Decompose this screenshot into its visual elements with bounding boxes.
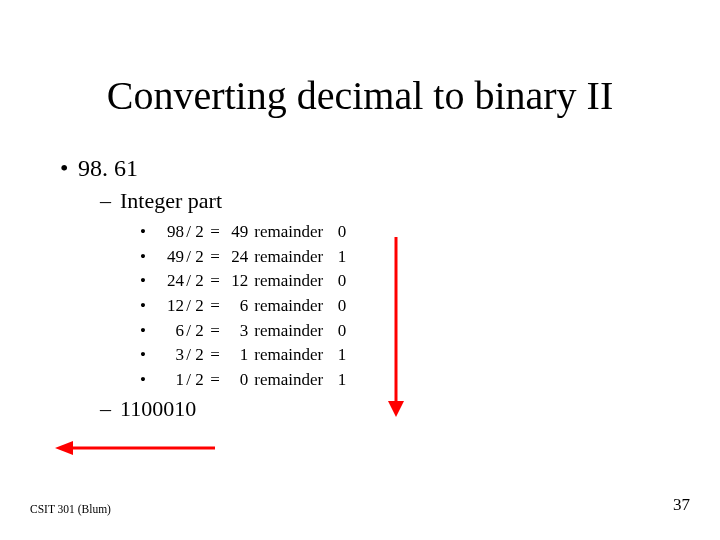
remainder-value: 1 xyxy=(334,368,346,393)
arrow-down-icon xyxy=(385,237,407,417)
bullet-dot-icon: • xyxy=(140,294,158,319)
quotient: 0 xyxy=(226,368,248,393)
bullet-dot-icon: • xyxy=(140,319,158,344)
bullet-dash-icon: – xyxy=(100,188,120,214)
quotient: 1 xyxy=(226,343,248,368)
dividend: 1 xyxy=(158,368,184,393)
divide-op: / 2 xyxy=(184,269,206,294)
quotient: 12 xyxy=(226,269,248,294)
footer-left: CSIT 301 (Blum) xyxy=(30,503,111,515)
divide-op: / 2 xyxy=(184,220,206,245)
division-step: •1/ 2 =0remainder1 xyxy=(140,368,346,393)
equals: = xyxy=(210,245,226,270)
division-steps: •98/ 2 =49remainder0•49/ 2 =24remainder1… xyxy=(140,220,346,392)
divide-op: / 2 xyxy=(184,319,206,344)
svg-marker-1 xyxy=(388,401,404,417)
dividend: 6 xyxy=(158,319,184,344)
remainder-value: 1 xyxy=(334,343,346,368)
dividend: 49 xyxy=(158,245,184,270)
remainder-label: remainder xyxy=(254,220,334,245)
remainder-label: remainder xyxy=(254,319,334,344)
divide-op: / 2 xyxy=(184,368,206,393)
remainder-value: 1 xyxy=(334,245,346,270)
slide-title: Converting decimal to binary II xyxy=(0,72,720,119)
bullet-level1: •98. 61 xyxy=(60,155,346,182)
dividend: 12 xyxy=(158,294,184,319)
remainder-value: 0 xyxy=(334,319,346,344)
quotient: 24 xyxy=(226,245,248,270)
dividend: 98 xyxy=(158,220,184,245)
equals: = xyxy=(210,343,226,368)
division-step: •49/ 2 =24remainder1 xyxy=(140,245,346,270)
slide-body: •98. 61 –Integer part •98/ 2 =49remainde… xyxy=(60,155,346,428)
divide-op: / 2 xyxy=(184,294,206,319)
bullet-dot-icon: • xyxy=(140,220,158,245)
remainder-value: 0 xyxy=(334,220,346,245)
arrow-left-icon xyxy=(55,438,215,458)
bullet-dot-icon: • xyxy=(60,155,78,182)
bullet-dot-icon: • xyxy=(140,343,158,368)
equals: = xyxy=(210,294,226,319)
quotient: 6 xyxy=(226,294,248,319)
division-step: •98/ 2 =49remainder0 xyxy=(140,220,346,245)
equals: = xyxy=(210,269,226,294)
quotient: 49 xyxy=(226,220,248,245)
footer-right: 37 xyxy=(673,495,690,515)
bullet-level2-result: –1100010 xyxy=(100,396,346,422)
remainder-label: remainder xyxy=(254,343,334,368)
dividend: 24 xyxy=(158,269,184,294)
division-step: •12/ 2 =6remainder0 xyxy=(140,294,346,319)
remainder-label: remainder xyxy=(254,245,334,270)
divide-op: / 2 xyxy=(184,245,206,270)
binary-result: 1100010 xyxy=(120,396,196,421)
bullet-dot-icon: • xyxy=(140,269,158,294)
quotient: 3 xyxy=(226,319,248,344)
example-number: 98. 61 xyxy=(78,155,138,181)
remainder-value: 0 xyxy=(334,269,346,294)
division-step: •6/ 2 =3remainder0 xyxy=(140,319,346,344)
section-label: Integer part xyxy=(120,188,222,213)
remainder-value: 0 xyxy=(334,294,346,319)
equals: = xyxy=(210,368,226,393)
remainder-label: remainder xyxy=(254,269,334,294)
equals: = xyxy=(210,319,226,344)
svg-marker-3 xyxy=(55,441,73,455)
remainder-label: remainder xyxy=(254,294,334,319)
division-step: •24/ 2 =12remainder0 xyxy=(140,269,346,294)
remainder-label: remainder xyxy=(254,368,334,393)
equals: = xyxy=(210,220,226,245)
slide: Converting decimal to binary II •98. 61 … xyxy=(0,0,720,540)
dividend: 3 xyxy=(158,343,184,368)
bullet-dot-icon: • xyxy=(140,245,158,270)
bullet-dash-icon: – xyxy=(100,396,120,422)
bullet-level2: –Integer part xyxy=(100,188,346,214)
bullet-dot-icon: • xyxy=(140,368,158,393)
divide-op: / 2 xyxy=(184,343,206,368)
division-step: •3/ 2 =1remainder1 xyxy=(140,343,346,368)
